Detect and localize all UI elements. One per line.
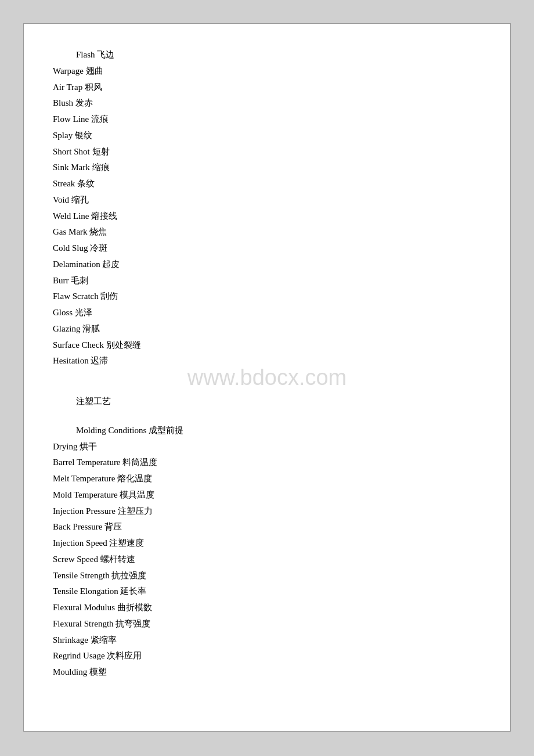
list-item: Tensile Elongation 延长率: [53, 584, 481, 600]
list-item: Sink Mark 缩痕: [53, 160, 481, 176]
list-item: Hesitation 迟滞: [53, 353, 481, 369]
list-item: Splay 银纹: [53, 128, 481, 144]
molding-title: Molding Conditions 成型前提: [53, 423, 481, 439]
list-item: Flow Line 流痕: [53, 111, 481, 128]
list-item: Air Trap 积风: [53, 80, 481, 96]
list-item: Mold Temperature 模具温度: [53, 487, 481, 503]
list-item: Injection Speed 注塑速度: [53, 535, 481, 552]
main-content: Flash 飞边 Warpage 翘曲Air Trap 积风Blush 发赤Fl…: [53, 47, 481, 681]
list-item: Short Shot 短射: [53, 144, 481, 160]
list-item: Screw Speed 螺杆转速: [53, 552, 481, 568]
list-item: Surface Check 别处裂缝: [53, 337, 481, 354]
list-item: Weld Line 熔接线: [53, 208, 481, 225]
section-heading: 注塑工艺: [53, 394, 481, 410]
list-item: Melt Temperature 熔化温度: [53, 471, 481, 487]
list-item: Streak 条纹: [53, 176, 481, 192]
list-item: Gloss 光泽: [53, 305, 481, 321]
list-item: Back Pressure 背压: [53, 519, 481, 535]
list-item: Regrind Usage 次料应用: [53, 648, 481, 664]
list-item: Tensile Strength 抗拉强度: [53, 568, 481, 584]
list-item: Injection Pressure 注塑压力: [53, 503, 481, 520]
list-item: Gas Mark 烧焦: [53, 224, 481, 240]
list-item: Cold Slug 冷斑: [53, 240, 481, 257]
list-item: Delamination 起皮: [53, 257, 481, 273]
defects-title: Flash 飞边: [53, 47, 481, 63]
molding-list: Drying 烘干Barrel Temperature 料筒温度Melt Tem…: [53, 439, 481, 681]
list-item: Flexural Strength 抗弯强度: [53, 616, 481, 632]
list-item: Drying 烘干: [53, 439, 481, 455]
list-item: Warpage 翘曲: [53, 63, 481, 80]
defects-section: Flash 飞边 Warpage 翘曲Air Trap 积风Blush 发赤Fl…: [53, 47, 481, 369]
list-item: Barrel Temperature 料筒温度: [53, 455, 481, 471]
defects-list: Warpage 翘曲Air Trap 积风Blush 发赤Flow Line 流…: [53, 63, 481, 369]
list-item: Glazing 滑腻: [53, 321, 481, 337]
list-item: Flaw Scratch 刮伤: [53, 289, 481, 305]
list-item: Burr 毛刺: [53, 273, 481, 289]
page-container: www.bdocx.com Flash 飞边 Warpage 翘曲Air Tra…: [23, 23, 511, 732]
list-item: Void 缩孔: [53, 192, 481, 208]
list-item: Moulding 模塑: [53, 664, 481, 681]
list-item: Flexural Modulus 曲折模数: [53, 600, 481, 616]
list-item: Shrinkage 紧缩率: [53, 632, 481, 649]
list-item: Blush 发赤: [53, 95, 481, 111]
molding-section: Molding Conditions 成型前提 Drying 烘干Barrel …: [53, 423, 481, 681]
